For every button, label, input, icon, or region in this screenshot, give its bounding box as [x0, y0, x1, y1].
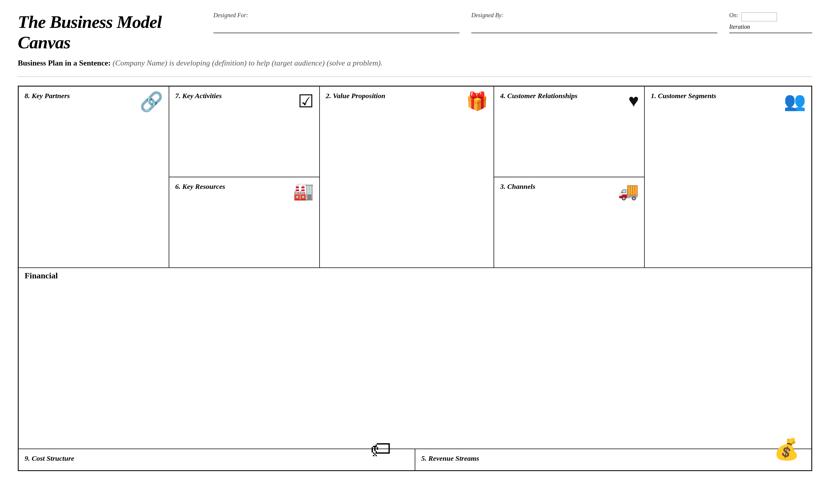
designed-for-field[interactable]: Designed For:: [214, 12, 459, 33]
key-resources-section[interactable]: 6. Key Resources 🏭: [169, 177, 319, 267]
header: The Business Model Canvas Designed For: …: [18, 12, 812, 53]
designed-by-label: Designed By:: [471, 12, 717, 19]
value-proposition-icon: 🎁: [466, 91, 488, 112]
channels-label: 3. Channels: [500, 183, 638, 191]
revenue-streams-section[interactable]: 5. Revenue Streams 💰: [415, 449, 811, 470]
cost-structure-icon: 🏷: [370, 438, 391, 461]
key-partners-section[interactable]: 8. Key Partners 🔗: [19, 87, 169, 267]
key-resources-icon: 🏭: [293, 182, 314, 201]
designed-for-label: Designed For:: [214, 12, 459, 19]
iteration-label: Iteration: [729, 24, 812, 30]
designed-fields: Designed For: Designed By: On: Iteration: [214, 12, 812, 33]
key-resources-label: 6. Key Resources: [175, 183, 313, 191]
business-sentence-placeholder: (Company Name) is developing (definition…: [113, 59, 383, 67]
key-activities-resources-col: 7. Key Activities ☑ 6. Key Resources 🏭: [169, 87, 320, 267]
revenue-streams-label: 5. Revenue Streams: [421, 454, 805, 463]
business-sentence-label: Business Plan in a Sentence:: [18, 59, 111, 67]
key-activities-label: 7. Key Activities: [175, 92, 313, 100]
cost-structure-label: 9. Cost Structure: [25, 454, 409, 463]
on-label: On:: [729, 12, 738, 19]
value-proposition-label: 2. Value Proposition: [326, 92, 488, 100]
revenue-streams-icon: 💰: [774, 437, 799, 461]
key-partners-icon: 🔗: [139, 91, 163, 113]
customer-relationships-label: 4. Customer Relationships: [500, 92, 638, 100]
cost-structure-section[interactable]: 9. Cost Structure 🏷: [19, 449, 415, 470]
value-proposition-section[interactable]: 2. Value Proposition 🎁: [320, 87, 494, 267]
customer-relationships-icon: ♥: [629, 91, 639, 111]
title-block: The Business Model Canvas: [18, 12, 184, 53]
financial-label-row: Financial: [19, 268, 811, 449]
designed-on-field[interactable]: On: Iteration: [729, 12, 812, 33]
channels-section[interactable]: 3. Channels 🚚: [494, 177, 644, 267]
business-sentence: Business Plan in a Sentence: (Company Na…: [18, 59, 812, 68]
on-box[interactable]: [741, 12, 777, 21]
canvas-upper-area: 8. Key Partners 🔗 7. Key Activities ☑ 6.…: [19, 87, 811, 268]
designed-by-field[interactable]: Designed By:: [471, 12, 717, 33]
page-title: The Business Model Canvas: [18, 12, 184, 53]
cust-rel-channels-col: 4. Customer Relationships ♥ 3. Channels …: [494, 87, 645, 267]
header-divider: [18, 76, 812, 77]
customer-segments-label: 1. Customer Segments: [651, 92, 805, 100]
key-activities-icon: ☑: [298, 91, 314, 112]
channels-icon: 🚚: [618, 182, 639, 201]
key-activities-section[interactable]: 7. Key Activities ☑: [169, 87, 319, 177]
canvas-bottom-area: 9. Cost Structure 🏷 5. Revenue Streams 💰: [19, 449, 811, 470]
customer-relationships-section[interactable]: 4. Customer Relationships ♥: [494, 87, 644, 177]
customer-segments-icon: 👥: [784, 91, 806, 112]
business-model-canvas: 8. Key Partners 🔗 7. Key Activities ☑ 6.…: [18, 86, 812, 471]
financial-label: Financial: [25, 271, 58, 280]
customer-segments-section[interactable]: 1. Customer Segments 👥: [645, 87, 811, 267]
